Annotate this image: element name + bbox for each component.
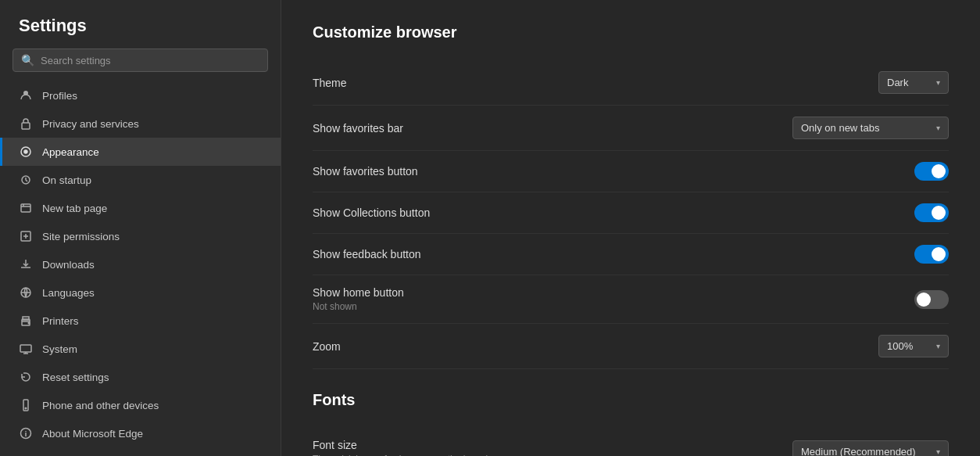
about-icon <box>19 426 33 440</box>
svg-rect-11 <box>20 345 31 352</box>
show-feedback-button-label: Show feedback button <box>313 248 421 260</box>
theme-dropdown[interactable]: Dark ▾ <box>878 71 949 94</box>
font-size-label-group: Font size The quick brown fox jumps over… <box>313 439 498 456</box>
search-icon: 🔍 <box>21 54 34 66</box>
font-size-row: Font size The quick brown fox jumps over… <box>313 428 949 456</box>
sidebar-item-privacy-label: Privacy and services <box>42 118 139 130</box>
fonts-title: Fonts <box>313 391 949 409</box>
sidebar-item-phone[interactable]: Phone and other devices <box>0 391 281 419</box>
svg-rect-5 <box>21 204 30 212</box>
svg-point-10 <box>28 322 30 324</box>
font-size-dropdown[interactable]: Medium (Recommended) ▾ <box>792 440 949 456</box>
show-favorites-bar-label: Show favorites bar <box>313 122 403 135</box>
show-favorites-button-label: Show favorites button <box>313 165 418 178</box>
system-icon <box>19 342 33 356</box>
sidebar-item-printers[interactable]: Printers <box>0 307 281 335</box>
show-favorites-button-toggle[interactable] <box>914 162 949 181</box>
zoom-label: Zoom <box>313 340 341 353</box>
sidebar-nav: Profiles Privacy and services Appearance… <box>0 81 281 447</box>
sidebar-item-system-label: System <box>42 343 77 355</box>
sidebar-item-languages-label: Languages <box>42 287 95 299</box>
downloads-icon <box>19 257 33 271</box>
search-input[interactable] <box>41 55 259 66</box>
zoom-row: Zoom 100% ▾ <box>313 324 949 369</box>
show-home-button-label: Show home button <box>313 286 404 299</box>
show-home-button-row: Show home button Not shown <box>313 275 949 324</box>
sidebar-item-reset-label: Reset settings <box>42 372 109 383</box>
phone-icon <box>19 398 33 412</box>
privacy-icon <box>19 117 33 131</box>
svg-rect-1 <box>22 123 30 129</box>
appearance-icon <box>19 145 33 159</box>
show-feedback-button-toggle[interactable] <box>914 245 949 264</box>
theme-chevron-icon: ▾ <box>936 78 940 87</box>
show-home-button-toggle[interactable] <box>914 290 949 309</box>
sidebar-item-about[interactable]: About Microsoft Edge <box>0 419 281 447</box>
sidebar: Settings 🔍 Profiles Privacy and services… <box>0 0 281 456</box>
zoom-dropdown-value: 100% <box>887 340 913 352</box>
sidebar-item-downloads[interactable]: Downloads <box>0 250 281 278</box>
sidebar-item-profiles-label: Profiles <box>42 90 77 102</box>
sidebar-item-downloads-label: Downloads <box>42 259 95 271</box>
show-collections-button-label: Show Collections button <box>313 206 430 219</box>
favorites-bar-dropdown[interactable]: Only on new tabs ▾ <box>792 117 949 139</box>
show-feedback-button-row: Show feedback button <box>313 234 949 275</box>
sidebar-item-privacy[interactable]: Privacy and services <box>0 110 281 138</box>
sidebar-item-printers-label: Printers <box>42 315 79 327</box>
main-content: Customize browser Theme Dark ▾ Show favo… <box>281 0 980 456</box>
show-collections-button-toggle[interactable] <box>914 203 949 222</box>
search-box[interactable]: 🔍 <box>13 48 268 72</box>
profiles-icon <box>19 88 33 102</box>
sidebar-item-new-tab[interactable]: New tab page <box>0 194 281 222</box>
page-title: Customize browser <box>313 23 949 41</box>
theme-dropdown-value: Dark <box>887 77 908 88</box>
zoom-chevron-icon: ▾ <box>936 342 940 350</box>
sidebar-item-site-permissions[interactable]: Site permissions <box>0 222 281 250</box>
theme-row: Theme Dark ▾ <box>313 60 949 106</box>
sidebar-item-phone-label: Phone and other devices <box>42 400 159 411</box>
fonts-section: Fonts Font size The quick brown fox jump… <box>313 391 949 456</box>
sidebar-item-about-label: About Microsoft Edge <box>42 428 143 440</box>
favorites-bar-chevron-icon: ▾ <box>936 124 940 132</box>
show-home-button-label-group: Show home button Not shown <box>313 286 404 312</box>
sidebar-item-system[interactable]: System <box>0 335 281 363</box>
theme-label: Theme <box>313 77 347 89</box>
sidebar-item-new-tab-label: New tab page <box>42 203 107 214</box>
favorites-bar-dropdown-value: Only on new tabs <box>801 122 879 134</box>
new-tab-icon <box>19 201 33 215</box>
site-permissions-icon <box>19 229 33 243</box>
sidebar-item-on-startup[interactable]: On startup <box>0 166 281 194</box>
reset-icon <box>19 370 33 384</box>
svg-point-3 <box>24 150 27 153</box>
sidebar-item-appearance[interactable]: Appearance <box>0 138 281 166</box>
zoom-dropdown[interactable]: 100% ▾ <box>878 335 949 357</box>
show-collections-button-row: Show Collections button <box>313 192 949 234</box>
show-home-button-sublabel: Not shown <box>313 301 404 312</box>
sidebar-item-profiles[interactable]: Profiles <box>0 81 281 110</box>
sidebar-item-appearance-label: Appearance <box>42 146 99 158</box>
printers-icon <box>19 314 33 328</box>
on-startup-icon <box>19 173 33 187</box>
font-size-dropdown-value: Medium (Recommended) <box>801 446 916 456</box>
show-favorites-button-row: Show favorites button <box>313 151 949 192</box>
font-size-label: Font size <box>313 439 498 451</box>
sidebar-item-languages[interactable]: Languages <box>0 278 281 307</box>
sidebar-item-on-startup-label: On startup <box>42 174 91 186</box>
svg-point-13 <box>25 408 27 409</box>
sidebar-item-reset[interactable]: Reset settings <box>0 363 281 391</box>
sidebar-item-site-permissions-label: Site permissions <box>42 231 120 242</box>
languages-icon <box>19 285 33 300</box>
show-favorites-bar-row: Show favorites bar Only on new tabs ▾ <box>313 106 949 151</box>
app-title: Settings <box>0 16 281 48</box>
font-size-chevron-icon: ▾ <box>936 447 940 456</box>
